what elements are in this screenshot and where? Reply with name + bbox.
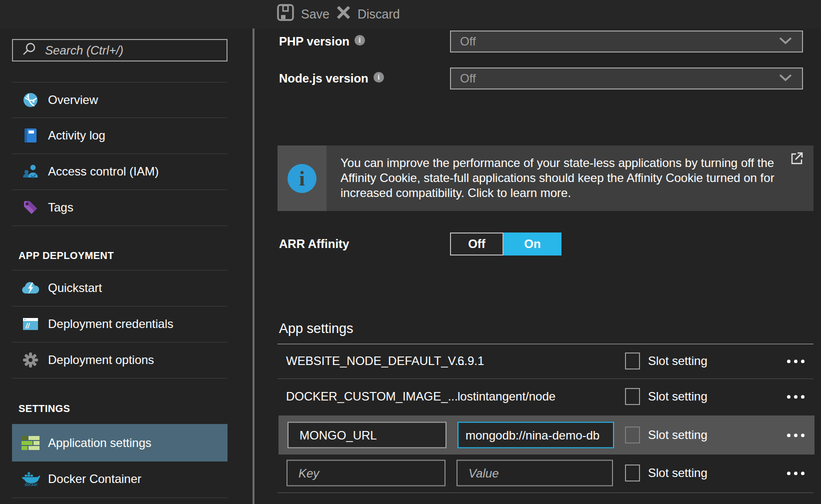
arr-affinity-off-button[interactable]: Off [450,232,504,256]
sidebar-item-deployment-options[interactable]: Deployment options [12,342,228,378]
new-key-input[interactable]: Key [286,460,446,486]
save-button[interactable]: Save [276,4,330,24]
sidebar-item-label: Application settings [48,436,152,450]
sidebar-item-label: Access control (IAM) [48,164,158,178]
blade-divider [252,28,254,504]
chevron-down-icon [779,74,792,84]
external-link-icon[interactable] [790,152,804,167]
chevron-down-icon [779,37,792,46]
azure-app-settings-blade: Search (Ctrl+/) Overview Activity log Ac… [0,0,821,504]
sidebar-item-application-settings[interactable]: Application settings [12,424,228,462]
globe-icon [21,91,40,109]
sidebar-item-activity-log[interactable]: Activity log [12,118,228,153]
node-version-value: Off [460,72,476,86]
info-icon: i [374,72,384,82]
table-row-editing: MONGO_URL mongodb://nina-demo-db Slot se… [278,416,814,454]
cloud-lightning-icon [21,280,40,296]
discard-label: Discard [358,7,400,22]
slot-setting-checkbox[interactable] [625,388,640,405]
affinity-info-banner[interactable]: i You can improve the performance of you… [278,146,814,211]
new-value-input[interactable]: Value [456,460,613,486]
console-icon: // [21,316,40,332]
slot-setting-checkbox[interactable] [625,352,640,370]
arr-affinity-on-button[interactable]: On [504,232,562,256]
info-circle-icon: i [288,164,316,193]
svg-text:docker: docker [25,482,38,487]
save-icon [276,4,294,24]
table-row: WEBSITE_NODE_DEFAULT_V... 6.9.1 Slot set… [278,344,814,378]
node-version-select[interactable]: Off [450,68,803,90]
sidebar-item-label: Tags [48,200,74,214]
sidebar-item-docker-container[interactable]: docker Docker Container [12,462,228,496]
sliders-icon [21,435,40,451]
php-version-select[interactable]: Off [450,30,803,52]
slot-setting-checkbox[interactable] [625,426,640,444]
search-placeholder: Search (Ctrl+/) [45,44,124,58]
sidebar-item-label: Deployment options [48,353,154,367]
php-version-value: Off [460,34,476,48]
more-options-button[interactable] [787,434,804,437]
x-icon [336,5,351,23]
divider [12,378,228,378]
sidebar-item-label: Quickstart [48,281,102,295]
sidebar-item-tags[interactable]: Tags [12,190,228,225]
setting-key: WEBSITE_NODE_DEFAULT_V... [286,354,464,368]
tag-icon [21,198,40,216]
slot-setting-label: Slot setting [648,466,708,480]
slot-setting-label: Slot setting [648,390,708,404]
info-icon: i [354,35,365,46]
sidebar-item-deployment-credentials[interactable]: // Deployment credentials [12,306,228,342]
divider [12,226,228,226]
info-banner-body: You can improve the performance of your … [326,146,814,211]
node-version-label: Node.js version i [279,68,384,90]
setting-value: lostintangent/node [458,390,556,404]
slot-setting-label: Slot setting [648,354,708,368]
table-row-new: Key Value Slot setting [278,456,814,490]
more-options-button[interactable] [787,360,804,363]
setting-key-input[interactable]: MONGO_URL [288,422,446,448]
sidebar-item-label: Docker Container [48,472,142,486]
top-band [0,0,821,28]
divider [12,498,228,498]
more-options-button[interactable] [787,395,804,398]
divider [278,492,814,493]
discard-button[interactable]: Discard [336,4,400,24]
table-row: DOCKER_CUSTOM_IMAGE_... lostintangent/no… [278,379,814,414]
sidebar-item-overview[interactable]: Overview [12,82,228,118]
sidebar-item-quickstart[interactable]: Quickstart [12,270,228,306]
sidebar-item-label: Overview [48,93,98,107]
php-version-label: PHP version i [279,30,365,52]
slot-setting-label: Slot setting [648,428,708,442]
setting-key: DOCKER_CUSTOM_IMAGE_... [286,390,458,404]
more-options-button[interactable] [787,472,804,475]
save-label: Save [301,7,330,22]
app-settings-heading: App settings [279,321,354,336]
book-icon [21,127,40,144]
sidebar-item-access-control[interactable]: Access control (IAM) [12,154,228,189]
sidebar-item-label: Activity log [48,128,106,142]
slot-setting-checkbox[interactable] [625,464,640,482]
search-input[interactable]: Search (Ctrl+/) [12,39,228,62]
gear-icon [21,352,40,368]
docker-icon: docker [21,470,40,488]
people-icon [21,162,40,180]
setting-value: 6.9.1 [458,354,484,368]
arr-affinity-label: ARR Affinity [279,232,349,256]
setting-value-input[interactable]: mongodb://nina-demo-db [458,422,614,448]
search-icon [21,42,37,60]
info-banner-icon-area: i [278,146,326,211]
info-banner-text: You can improve the performance of your … [340,156,778,200]
sidebar-section-settings: SETTINGS [18,403,70,414]
sidebar-item-label: Deployment credentials [48,317,174,331]
sidebar-section-app-deployment: APP DEPLOYMENT [18,250,114,262]
